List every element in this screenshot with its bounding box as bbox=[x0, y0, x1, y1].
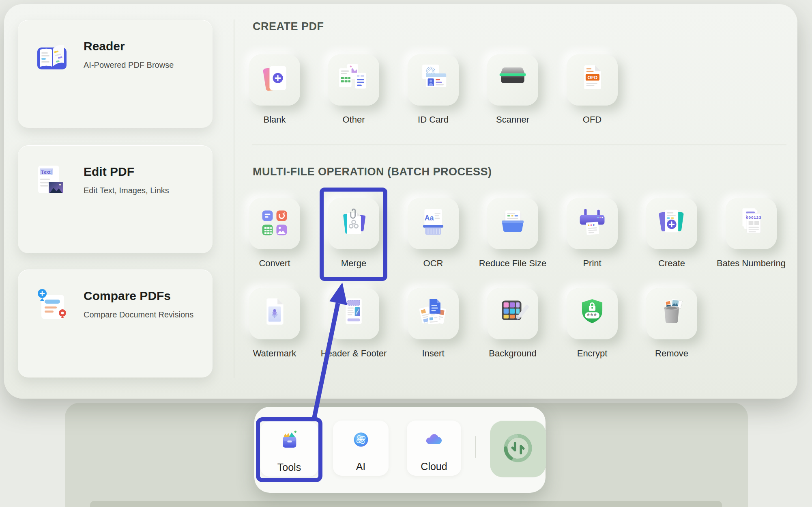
tile-reduce-file-size[interactable]: Reduce File Size bbox=[473, 198, 552, 269]
dock-item-ai[interactable]: AI bbox=[333, 421, 389, 476]
section-divider bbox=[252, 145, 786, 145]
card-title: Compare PDFs bbox=[84, 289, 171, 303]
tile-watermark[interactable]: Watermark bbox=[235, 288, 314, 359]
tile-label: Bates Numbering bbox=[711, 258, 791, 269]
tile-ofd[interactable]: OFD OFD bbox=[552, 54, 632, 125]
tile-label: ID Card bbox=[393, 114, 473, 125]
dock-item-label: AI bbox=[333, 461, 389, 472]
reader-book-icon bbox=[32, 38, 71, 77]
encrypt-icon: *** bbox=[575, 296, 610, 332]
cloud-icon bbox=[422, 428, 446, 454]
tile-create[interactable]: Create bbox=[632, 198, 711, 269]
tile-label: Convert bbox=[235, 258, 314, 269]
edit-document-icon: Text| bbox=[32, 163, 71, 202]
section-title-batch: MULTI-FILE OPERATION (BATCH PROCESS) bbox=[253, 166, 492, 178]
insert-icon bbox=[416, 296, 451, 332]
convert-icon bbox=[257, 205, 292, 242]
ocr-icon: Aa bbox=[416, 205, 451, 242]
compare-document-icon bbox=[32, 287, 71, 326]
tile-blank[interactable]: Blank bbox=[235, 54, 314, 125]
merge-highlight-box bbox=[320, 188, 387, 281]
svg-text:000123: 000123 bbox=[746, 215, 761, 220]
svg-text:OFD: OFD bbox=[588, 75, 598, 80]
ai-icon bbox=[348, 427, 374, 454]
tile-ocr[interactable]: Aa OCR bbox=[393, 198, 473, 269]
sidebar-card-compare-pdfs[interactable]: Compare PDFs Compare Document Revisions bbox=[18, 270, 213, 378]
tile-label: Background bbox=[473, 348, 552, 359]
svg-text:Aa: Aa bbox=[425, 214, 434, 222]
tile-label: Header & Footer bbox=[314, 348, 393, 359]
tile-encrypt[interactable]: *** Encrypt bbox=[552, 288, 632, 359]
card-subtitle: Edit Text, Images, Links bbox=[84, 186, 169, 195]
tile-label: OFD bbox=[552, 114, 632, 125]
tile-label: Scanner bbox=[473, 114, 552, 125]
sync-arrows-icon bbox=[498, 428, 538, 470]
sidebar-card-reader[interactable]: Reader AI-Powered PDF Browse bbox=[18, 20, 213, 128]
tile-print[interactable]: Print bbox=[552, 198, 632, 269]
other-documents-icon bbox=[336, 62, 371, 98]
svg-text:***: *** bbox=[587, 312, 597, 319]
sidebar-card-edit-pdf[interactable]: Text| Edit PDF Edit Text, Images, Links bbox=[18, 145, 213, 253]
tile-bates-numbering[interactable]: 000123 Bates Numbering bbox=[711, 198, 791, 269]
card-subtitle: AI-Powered PDF Browse bbox=[84, 60, 174, 70]
card-subtitle: Compare Document Revisions bbox=[84, 310, 193, 319]
header-footer-icon bbox=[336, 296, 371, 332]
tile-label: Encrypt bbox=[552, 348, 632, 359]
tile-label: Blank bbox=[235, 114, 314, 125]
id-card-icon bbox=[416, 62, 451, 98]
tile-id-card[interactable]: ID Card bbox=[393, 54, 473, 125]
print-icon bbox=[575, 205, 610, 242]
background-window-layer-2 bbox=[90, 501, 722, 507]
tile-header-footer[interactable]: Header & Footer bbox=[314, 288, 393, 359]
tile-label: Watermark bbox=[235, 348, 314, 359]
background-icon bbox=[495, 296, 530, 332]
tile-label: OCR bbox=[393, 258, 473, 269]
tile-remove[interactable]: Remove bbox=[632, 288, 711, 359]
card-title: Edit PDF bbox=[84, 165, 134, 179]
scanner-icon bbox=[495, 62, 530, 98]
card-title: Reader bbox=[84, 39, 125, 53]
tile-label: Remove bbox=[632, 348, 711, 359]
dock-item-cloud[interactable]: Cloud bbox=[407, 421, 461, 476]
watermark-icon bbox=[257, 296, 292, 332]
tile-label: Other bbox=[314, 114, 393, 125]
tile-convert[interactable]: Convert bbox=[235, 198, 314, 269]
tile-background[interactable]: Background bbox=[473, 288, 552, 359]
tile-label: Insert bbox=[393, 348, 473, 359]
tools-highlight-box bbox=[256, 417, 322, 482]
sync-button[interactable] bbox=[490, 421, 546, 477]
app-canvas: Reader AI-Powered PDF Browse Text| bbox=[0, 0, 812, 507]
svg-text:Text|: Text| bbox=[41, 169, 52, 175]
reduce-file-size-icon bbox=[495, 205, 530, 242]
bates-numbering-icon: 000123 bbox=[734, 205, 769, 242]
ofd-icon: OFD bbox=[575, 62, 610, 98]
sidebar-divider bbox=[234, 19, 234, 378]
tile-label: Create bbox=[632, 258, 711, 269]
section-title-create-pdf: CREATE PDF bbox=[253, 20, 324, 33]
tile-label: Print bbox=[552, 258, 632, 269]
dock-item-label: Cloud bbox=[407, 461, 461, 472]
tile-insert[interactable]: Insert bbox=[393, 288, 473, 359]
tile-label: Reduce File Size bbox=[473, 258, 552, 269]
tile-other[interactable]: Other bbox=[314, 54, 393, 125]
create-icon bbox=[654, 205, 689, 242]
remove-icon bbox=[654, 296, 689, 332]
tile-scanner[interactable]: Scanner bbox=[473, 54, 552, 125]
dock-separator bbox=[475, 436, 476, 458]
blank-icon bbox=[257, 62, 292, 98]
